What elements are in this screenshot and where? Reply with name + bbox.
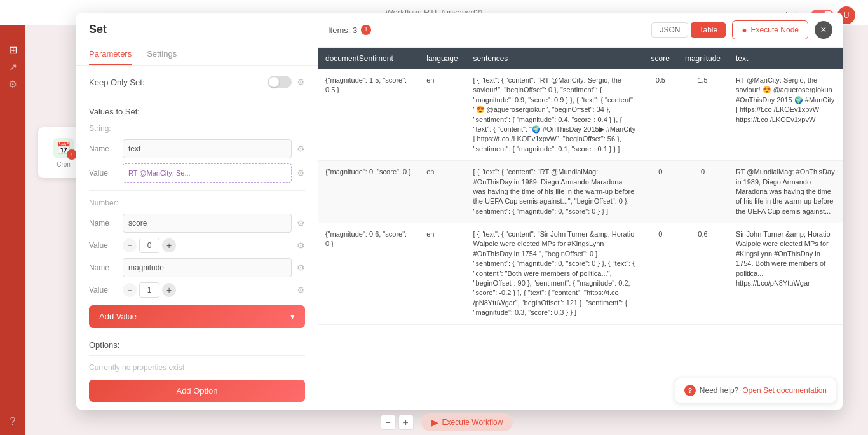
data-table: documentSentiment language sentences sco… [318,48,843,325]
sidebar-icon-bottom[interactable]: ? [10,416,16,427]
right-panel-header: Items: 3 ! JSON Table ● Execute Node × [318,13,843,48]
string-value-row: Value ⚙ [89,163,305,183]
execute-workflow-button[interactable]: ▶ Execute Workflow [421,413,513,431]
left-sidebar: n ⊞ ↗ ⚙ ? [0,0,25,435]
modal-overlay: Set Parameters Settings Keep Only Set: ⚙… [76,13,843,410]
score-plus-button[interactable]: + [162,238,176,252]
col-header-language: language [419,48,465,69]
cell-documentSentiment-0: {"magnitude": 1.5, "score": 0.5 } [318,69,419,161]
table-row: {"magnitude": 0.6, "score": 0 }en[ { "te… [318,223,843,325]
options-title: Options: [89,340,305,350]
close-button[interactable]: × [815,21,832,39]
execute-workflow-icon: ▶ [431,417,438,427]
help-link[interactable]: Open Set documentation [742,386,827,395]
magnitude-number-control: − + [123,282,292,298]
magnitude-name-row: Name ⚙ [89,258,305,277]
sidebar-icon-search[interactable]: ⊞ [9,44,17,56]
divider-2 [89,190,305,191]
options-divider [89,355,305,356]
number-section-label: Number: [89,198,305,207]
execute-node-button[interactable]: ● Execute Node [732,20,808,39]
tab-settings[interactable]: Settings [147,44,177,65]
cron-label: Cron [57,161,71,168]
magnitude-name-gear-icon[interactable]: ⚙ [297,263,305,273]
zoom-controls: − + [381,415,414,430]
magnitude-value-input[interactable] [139,282,159,298]
panel-body: Keep Only Set: ⚙ Values to Set: String: … [76,66,318,410]
keep-only-gear-icon[interactable]: ⚙ [297,77,305,87]
help-icon: ? [684,385,696,396]
panel-title: Set [76,13,318,36]
workflow-bottom-bar: − + ▶ Execute Workflow [25,410,868,435]
options-section: Options: Currently no properties exist A… [89,340,305,402]
cell-sentences-0: [ { "text": { "content": "RT @ManCity: S… [466,69,644,161]
string-value-gear-icon[interactable]: ⚙ [297,168,305,178]
add-value-label: Add Value [99,312,137,321]
error-badge: ! [67,149,77,160]
magnitude-name-input[interactable] [123,258,292,277]
string-name-row: Name ⚙ [89,139,305,158]
info-badge: ! [361,25,371,35]
cell-score-2: 0 [644,223,677,325]
cell-language-2: en [419,223,465,325]
divider-1 [89,99,305,99]
table-body: {"magnitude": 1.5, "score": 0.5 }en[ { "… [318,69,843,324]
magnitude-value-gear-icon[interactable]: ⚙ [297,285,305,295]
json-view-button[interactable]: JSON [651,22,688,38]
score-name-input[interactable] [123,214,292,233]
score-name-label: Name [89,219,118,228]
cell-language-1: en [419,161,465,223]
string-name-input[interactable] [123,139,292,158]
score-value-label: Value [89,241,118,250]
col-header-magnitude: magnitude [677,48,728,69]
panel-tabs: Parameters Settings [76,44,318,66]
execute-node-label: Execute Node [751,25,799,34]
sidebar-icon-settings[interactable]: ⚙ [8,78,17,90]
string-section-label: String: [89,124,305,133]
col-header-sentences: sentences [466,48,644,69]
col-header-text: text [728,48,843,69]
no-properties-text: Currently no properties exist [89,363,305,372]
add-value-chevron-icon: ▾ [290,312,295,321]
cell-magnitude-0: 1.5 [677,69,728,161]
add-option-button[interactable]: Add Option [89,380,305,402]
magnitude-value-row: Value − + ⚙ [89,282,305,298]
score-name-gear-icon[interactable]: ⚙ [297,218,305,228]
score-minus-button[interactable]: − [123,238,137,252]
help-box: ? Need help? Open Set documentation [675,378,836,403]
cell-sentences-1: [ { "text": { "content": "RT @MundialMag… [466,161,644,223]
cell-text-0: RT @ManCity: Sergio, the saviour! 😍 @agu… [728,69,843,161]
score-value-input[interactable] [139,238,159,253]
magnitude-plus-button[interactable]: + [162,283,176,297]
tab-parameters[interactable]: Parameters [89,44,132,65]
view-toggle: JSON Table [651,22,726,38]
help-text: Need help? [700,386,738,395]
cell-score-1: 0 [644,161,677,223]
score-value-gear-icon[interactable]: ⚙ [297,240,305,251]
cell-sentences-2: [ { "text": { "content": "Sir John Turne… [466,223,644,325]
string-value-input[interactable] [123,163,292,183]
cell-documentSentiment-2: {"magnitude": 0.6, "score": 0 } [318,223,419,325]
items-count-text: Items: 3 [328,25,357,35]
add-value-button[interactable]: Add Value ▾ [89,305,305,328]
col-header-score: score [644,48,677,69]
execute-node-icon: ● [742,25,747,35]
magnitude-minus-button[interactable]: − [123,283,137,297]
string-name-gear-icon[interactable]: ⚙ [297,144,305,154]
table-view-button[interactable]: Table [691,22,726,38]
cell-score-0: 0.5 [644,69,677,161]
keep-only-set-toggle[interactable] [268,76,292,88]
left-panel: Set Parameters Settings Keep Only Set: ⚙… [76,13,318,410]
cell-magnitude-2: 0.6 [677,223,728,325]
score-value-row: Value − + ⚙ [89,238,305,253]
zoom-out-button[interactable]: − [381,415,396,430]
table-header: documentSentiment language sentences sco… [318,48,843,69]
items-count-area: Items: 3 ! [328,25,371,35]
table-row: {"magnitude": 1.5, "score": 0.5 }en[ { "… [318,69,843,161]
right-panel: Items: 3 ! JSON Table ● Execute Node × [318,13,843,410]
zoom-in-button[interactable]: + [398,415,414,430]
magnitude-value-label: Value [89,286,118,294]
sidebar-icon-nav[interactable]: ↗ [9,61,17,73]
keep-only-set-label: Keep Only Set: [89,78,144,87]
col-header-documentSentiment: documentSentiment [318,48,419,69]
